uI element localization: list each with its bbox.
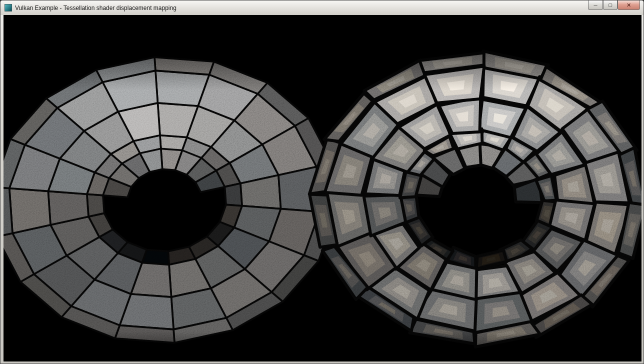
maximize-icon: ▢ [608,2,612,8]
render-canvas [4,15,642,362]
app-icon [4,4,12,12]
titlebar[interactable]: Vulkan Example - Tessellation shader dis… [0,0,644,15]
render-viewport[interactable] [4,15,642,362]
minimize-icon: ─ [594,2,597,8]
window-title: Vulkan Example - Tessellation shader dis… [15,4,176,12]
close-button[interactable]: ✕ [618,0,640,10]
minimize-button[interactable]: ─ [588,0,603,10]
close-icon: ✕ [626,2,631,8]
maximize-button[interactable]: ▢ [603,0,618,10]
app-window: Vulkan Example - Tessellation shader dis… [0,0,644,364]
window-controls: ─ ▢ ✕ [588,0,640,10]
